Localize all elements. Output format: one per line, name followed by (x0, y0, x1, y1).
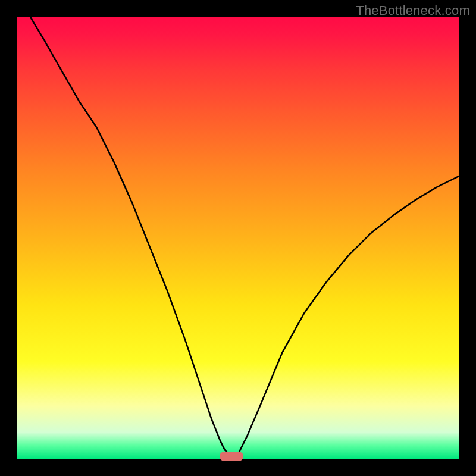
bottleneck-curve (30, 17, 459, 456)
curve-svg (17, 17, 459, 459)
watermark-text: TheBottleneck.com (356, 3, 470, 18)
plot-area (17, 17, 459, 459)
optimal-marker (220, 452, 243, 461)
